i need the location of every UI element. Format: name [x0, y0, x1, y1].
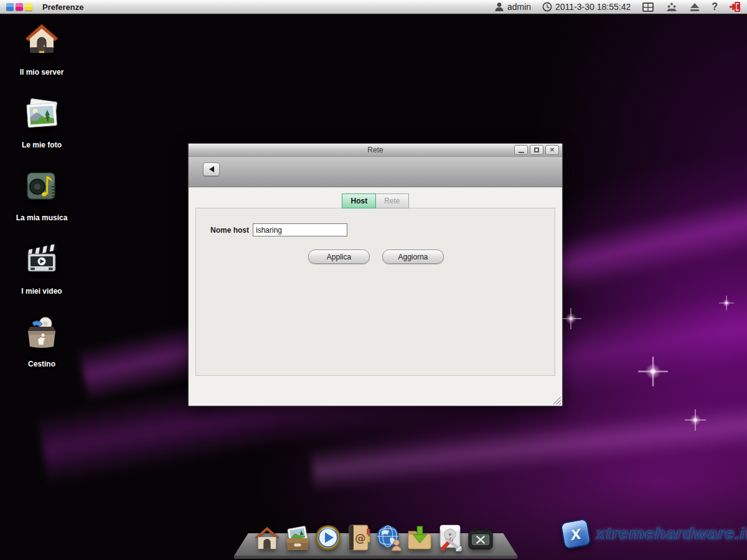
rete-window: Rete ✕ Host Rete Nome host — [188, 143, 563, 406]
dock-contacts-icon[interactable]: @ — [345, 522, 372, 551]
dock-downloads-icon[interactable] — [406, 522, 433, 551]
window-content: Host Rete Nome host Applica Aggiorna — [189, 187, 562, 406]
window-title: Rete — [189, 146, 562, 154]
minimize-icon — [519, 152, 524, 153]
dock-toolbox-icon[interactable] — [467, 522, 494, 551]
hostname-label: Nome host — [210, 226, 249, 235]
desktop-icon-my-photos[interactable]: Le mie foto — [14, 95, 70, 149]
photos-icon — [23, 95, 60, 135]
user-indicator[interactable]: admin — [494, 2, 531, 12]
minimize-button[interactable] — [514, 145, 528, 155]
wallpaper-sparkle — [560, 308, 581, 329]
desktop-icon-label: Cestino — [28, 360, 55, 368]
wallpaper-sparkle — [719, 296, 734, 310]
host-panel: Nome host Applica Aggiorna — [195, 208, 555, 376]
close-icon: ✕ — [550, 147, 555, 153]
app-logo-icon — [6, 3, 32, 11]
desktop-icon-list: Il mio server Le — [14, 22, 70, 368]
maximize-button[interactable] — [530, 145, 543, 155]
desktop-icon-label: Il mio server — [20, 68, 64, 77]
user-name: admin — [507, 2, 531, 12]
dock-network-icon[interactable] — [375, 522, 403, 551]
user-icon — [494, 2, 504, 12]
refresh-button[interactable]: Aggiorna — [382, 250, 444, 264]
dock-photos-icon[interactable] — [284, 522, 311, 551]
window-titlebar[interactable]: Rete ✕ — [189, 144, 562, 157]
window-toolbar — [189, 157, 562, 187]
help-icon[interactable]: ? — [712, 1, 718, 12]
clock-datetime: 2011-3-30 18:55:42 — [555, 2, 631, 12]
desktop-icon-label: I miei video — [21, 287, 62, 296]
maximize-icon — [534, 147, 539, 152]
users-group-icon[interactable] — [665, 2, 678, 12]
menu-preferenze[interactable]: Preferenze — [42, 2, 83, 12]
dock-home-icon[interactable] — [253, 522, 281, 551]
resize-grip-icon[interactable] — [553, 396, 561, 404]
svg-text:@: @ — [355, 531, 366, 544]
desktop-icon-label: Le mie foto — [22, 141, 62, 149]
menubar: Preferenze admin 2011-3-30 18:55:42 — [0, 0, 747, 15]
apply-button[interactable]: Applica — [308, 250, 370, 264]
desktop-icon-my-server[interactable]: Il mio server — [14, 22, 70, 77]
close-button[interactable]: ✕ — [545, 145, 559, 155]
video-icon — [23, 241, 60, 281]
xtremehardware-logo-icon: x — [560, 518, 592, 550]
tab-host[interactable]: Host — [342, 194, 376, 208]
dock-platform-edge — [234, 556, 517, 559]
dock: @ — [253, 522, 494, 551]
desktop-icon-my-videos[interactable]: I miei video — [14, 241, 70, 296]
dock-media-player-icon[interactable] — [314, 522, 342, 551]
clock-icon — [542, 2, 552, 12]
hostname-input[interactable] — [253, 223, 347, 236]
tab-rete[interactable]: Rete — [376, 194, 408, 208]
home-icon — [24, 22, 60, 62]
back-icon — [209, 166, 214, 172]
back-button[interactable] — [203, 162, 220, 176]
clock-indicator: 2011-3-30 18:55:42 — [542, 2, 631, 12]
eject-icon[interactable] — [689, 2, 700, 12]
trash-icon — [24, 314, 60, 354]
window-grid-icon[interactable] — [642, 2, 654, 12]
watermark: x xtremehardware.it — [562, 520, 747, 548]
music-icon — [24, 168, 60, 208]
wallpaper-sparkle — [638, 357, 668, 386]
desktop-icon-label: La mia musica — [16, 214, 68, 222]
wallpaper-sparkle — [685, 409, 706, 431]
wallpaper-streak — [311, 397, 747, 492]
watermark-text: xtremehardware.it — [596, 524, 747, 544]
tab-bar: Host Rete — [189, 194, 562, 208]
desktop-icon-my-music[interactable]: La mia musica — [14, 168, 70, 222]
dock-disk-utility-icon[interactable] — [436, 522, 464, 551]
logout-icon[interactable] — [729, 1, 741, 12]
desktop: Preferenze admin 2011-3-30 18:55:42 — [0, 0, 747, 560]
desktop-icon-trash[interactable]: Cestino — [14, 314, 70, 368]
